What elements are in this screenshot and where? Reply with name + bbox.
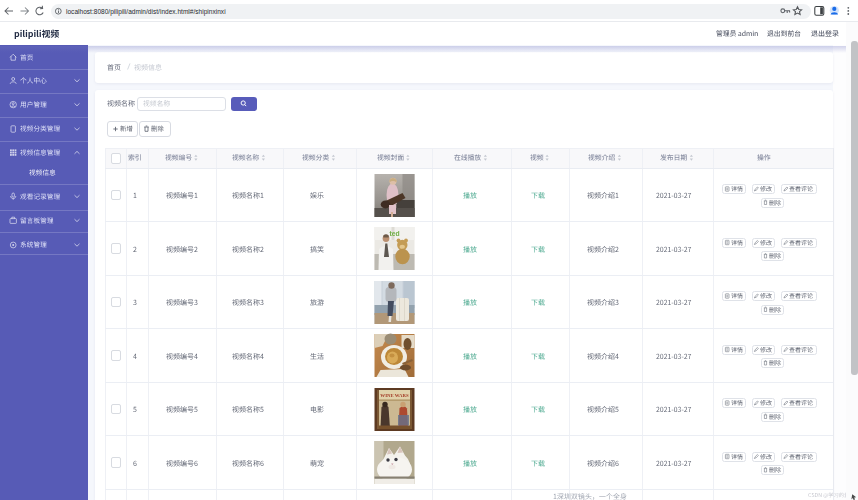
svg-text:ted: ted xyxy=(390,230,400,237)
svg-text:WINE WARS: WINE WARS xyxy=(380,392,409,397)
